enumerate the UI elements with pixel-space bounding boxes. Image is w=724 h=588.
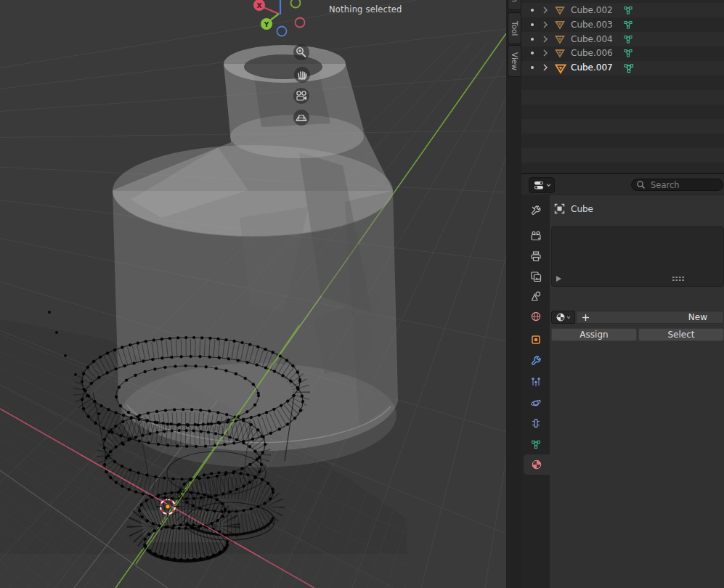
zoom-icon[interactable] [293, 44, 309, 60]
gizmo-x-label: X [257, 2, 262, 9]
properties-header [521, 174, 724, 195]
gizmo-z-neg-ball[interactable] [291, 0, 301, 8]
tab-particles[interactable] [521, 372, 550, 392]
viewport-status-text: Nothing selected [329, 4, 402, 15]
blender-window: X Y [0, 0, 724, 588]
mesh-object-icon[interactable] [554, 47, 566, 59]
grid-toggle-icon[interactable] [293, 110, 309, 126]
restrict-dot-icon[interactable] [531, 66, 534, 69]
outliner-row[interactable]: Cube.004 [521, 32, 724, 46]
editor-type-button[interactable] [529, 177, 555, 193]
mesh-object-icon[interactable] [554, 33, 566, 45]
mesh-object-icon[interactable] [554, 62, 567, 75]
expand-triangle-icon[interactable] [556, 276, 561, 282]
object-name[interactable]: Cube.003 [571, 20, 613, 30]
assign-button[interactable]: Assign [551, 328, 637, 341]
mesh-data-icon[interactable] [622, 33, 634, 45]
expand-chevron-icon[interactable] [542, 20, 548, 29]
object-name[interactable]: Cube.007 [571, 62, 613, 73]
properties-tab-column [521, 195, 550, 588]
tab-object[interactable] [521, 330, 550, 350]
outliner-panel[interactable]: Cube.002 Cube.003 Cube.004 Cube.006 [521, 0, 724, 174]
outliner-row[interactable]: Cube.003 [521, 17, 724, 32]
gizmo-y-label: Y [264, 21, 269, 28]
object-name[interactable]: Cube.006 [571, 48, 613, 58]
sidebar-tab-strip: Item Tool View [506, 0, 522, 588]
search-box[interactable] [631, 179, 723, 191]
restrict-dot-icon[interactable] [531, 38, 534, 41]
viewport-scene: X Y [0, 0, 506, 588]
tab-world[interactable] [521, 306, 550, 327]
plus-icon [582, 314, 590, 322]
breadcrumb: Cube [554, 203, 593, 214]
mesh-object-icon[interactable] [554, 19, 566, 30]
expand-chevron-icon[interactable] [542, 35, 548, 44]
outliner-row-selected[interactable]: Cube.007 [521, 60, 724, 75]
expand-chevron-icon[interactable] [542, 49, 548, 57]
pan-hand-icon[interactable] [294, 67, 310, 83]
camera-view-icon[interactable] [293, 88, 309, 104]
material-properties-content: Cube New [550, 195, 724, 588]
expand-chevron-icon[interactable] [542, 6, 548, 15]
expand-chevron-icon[interactable] [542, 63, 548, 72]
mesh-data-icon[interactable] [622, 19, 634, 30]
breadcrumb-object-name[interactable]: Cube [571, 204, 593, 214]
tab-physics[interactable] [521, 393, 550, 413]
object-icon [554, 203, 565, 214]
tab-object-data[interactable] [521, 434, 550, 454]
mesh-data-icon[interactable] [622, 62, 635, 75]
tab-item[interactable]: Item [508, 0, 521, 10]
restrict-dot-icon[interactable] [531, 52, 534, 54]
navigation-gizmo[interactable]: X Y [253, 0, 305, 36]
new-material-button[interactable]: New [576, 311, 724, 324]
tab-view-layer[interactable] [521, 266, 550, 287]
material-slot-list[interactable] [551, 226, 724, 287]
browse-material-button[interactable] [551, 311, 575, 324]
material-sphere-icon [556, 312, 566, 322]
tab-output[interactable] [521, 246, 550, 266]
mesh-data-icon[interactable] [622, 47, 634, 59]
object-name[interactable]: Cube.004 [571, 34, 613, 44]
tab-modifiers[interactable] [521, 351, 550, 371]
properties-editor-icon [533, 179, 545, 191]
restrict-dot-icon[interactable] [531, 23, 534, 26]
tab-view[interactable]: View [508, 45, 521, 77]
resize-grip-icon[interactable] [672, 276, 685, 281]
new-button-label: New [688, 312, 707, 322]
tab-scene[interactable] [521, 286, 550, 306]
select-button[interactable]: Select [638, 328, 724, 341]
search-icon [636, 180, 646, 189]
chevron-down-icon [566, 316, 571, 319]
outliner-row[interactable]: Cube.002 [521, 3, 724, 17]
tab-material[interactable] [524, 454, 550, 475]
gizmo-y-neg-ball[interactable] [277, 27, 287, 36]
mesh-object-icon[interactable] [554, 4, 566, 16]
tab-tool[interactable] [521, 200, 550, 221]
mesh-data-icon[interactable] [622, 4, 634, 16]
chevron-down-icon [546, 183, 551, 187]
3d-viewport[interactable]: X Y [0, 0, 506, 588]
outliner-row[interactable]: Cube.006 [521, 46, 724, 60]
search-input[interactable] [649, 179, 717, 191]
tab-render[interactable] [521, 226, 550, 246]
restrict-dot-icon[interactable] [531, 9, 534, 12]
properties-editor: Cube New [521, 174, 724, 588]
tab-tool[interactable]: Tool [508, 12, 521, 44]
gizmo-x-neg-ball[interactable] [296, 18, 305, 28]
object-name[interactable]: Cube.002 [571, 5, 613, 15]
tab-constraints[interactable] [521, 413, 550, 433]
